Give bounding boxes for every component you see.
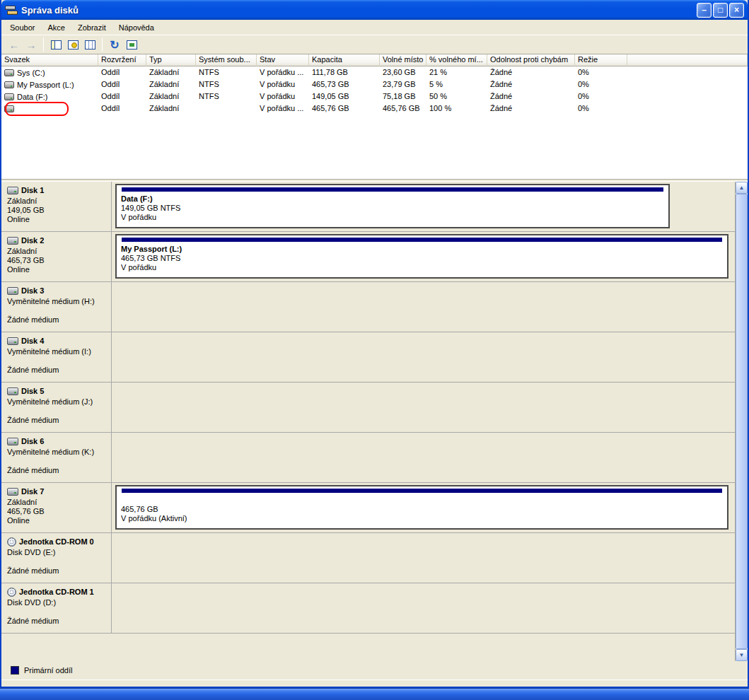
cdrom1-info[interactable]: Jednotka CD-ROM 1 Disk DVD (D:) Žádné mé…	[1, 583, 112, 633]
cell-odolnost: Žádné	[487, 78, 575, 91]
graphical-view-pane: Disk 1 Základní 149,05 GB Online Data (F…	[1, 182, 748, 679]
partition-my-passport-l[interactable]: My Passport (L:) 465,73 GB NTFS V pořádk…	[115, 234, 728, 279]
disk-row-3: Disk 3 Vyměnitelné médium (H:) Žádné méd…	[1, 282, 735, 332]
column-volne-misto[interactable]: Volné místo	[380, 54, 426, 66]
disk7-info[interactable]: Disk 7 Základní 465,76 GB Online	[1, 483, 112, 532]
cell-stav: V pořádku	[257, 78, 309, 91]
removable-disk-icon	[7, 387, 18, 395]
back-icon[interactable]: ←	[6, 37, 23, 52]
volume-row-data-f[interactable]: Data (F:)	[1, 91, 98, 103]
cdrom0-graphic	[112, 533, 735, 583]
cell-stav: V pořádku	[257, 91, 309, 103]
cell-pct: 50 %	[426, 91, 487, 103]
volume-row-unnamed[interactable]	[1, 103, 98, 115]
scrollbar-track[interactable]	[736, 194, 748, 649]
show-console-tree-button[interactable]	[47, 37, 64, 52]
column-procento-volneho[interactable]: % volného mí...	[426, 54, 487, 66]
volume-icon	[4, 69, 14, 76]
disk4-graphic	[112, 332, 735, 382]
taskbar-edge[interactable]	[0, 688, 749, 700]
volume-row-my-passport-l[interactable]: My Passport (L:)	[1, 78, 98, 91]
rescan-disks-button[interactable]	[123, 37, 140, 52]
cell-volne: 23,79 GB	[380, 78, 426, 91]
legend: Primární oddíl	[1, 661, 748, 679]
column-stav[interactable]: Stav	[257, 54, 309, 66]
toolbar-separator	[102, 37, 103, 52]
cell-pct: 5 %	[426, 78, 487, 91]
partition-disk7-unnamed[interactable]: 465,76 GB V pořádku (Aktivní)	[115, 485, 728, 530]
cell-stav: V pořádku ...	[257, 103, 309, 115]
cell-rozvrzeni: Oddíl	[98, 78, 146, 91]
disk1-info[interactable]: Disk 1 Základní 149,05 GB Online	[1, 182, 112, 231]
menu-bar: Soubor Akce Zobrazit Nápověda	[1, 20, 748, 35]
disk3-graphic	[112, 282, 735, 332]
list-view-button[interactable]	[81, 37, 98, 52]
forward-icon[interactable]: →	[23, 37, 40, 52]
cell-odolnost: Žádné	[487, 91, 575, 103]
menu-akce[interactable]: Akce	[41, 21, 71, 34]
disk-list: Disk 1 Základní 149,05 GB Online Data (F…	[1, 182, 736, 661]
cell-filler	[627, 66, 748, 78]
cell-filler	[627, 78, 748, 91]
cell-kapacita: 465,73 GB	[309, 78, 380, 91]
cell-typ: Základní	[146, 103, 196, 115]
menu-napoveda[interactable]: Nápověda	[112, 21, 161, 34]
partition-data-f[interactable]: Data (F:) 149,05 GB NTFS V pořádku	[115, 184, 670, 228]
menu-zobrazit[interactable]: Zobrazit	[71, 21, 112, 34]
scroll-down-button[interactable]: ▼	[736, 649, 748, 661]
column-kapacita[interactable]: Kapacita	[309, 54, 380, 66]
cdrom-row-0: Jednotka CD-ROM 0 Disk DVD (E:) Žádné mé…	[1, 533, 735, 583]
properties-button[interactable]	[64, 37, 81, 52]
scrollbar-thumb[interactable]	[736, 194, 748, 649]
disk2-graphic: My Passport (L:) 465,73 GB NTFS V pořádk…	[112, 232, 735, 281]
removable-disk-icon	[7, 438, 18, 445]
disk-row-5: Disk 5 Vyměnitelné médium (J:) Žádné méd…	[1, 383, 735, 433]
minimize-button[interactable]: –	[697, 3, 712, 18]
cell-odolnost: Žádné	[487, 103, 575, 115]
cell-rezie: 0%	[575, 103, 627, 115]
disk2-info[interactable]: Disk 2 Základní 465,73 GB Online	[1, 232, 112, 281]
cdrom0-info[interactable]: Jednotka CD-ROM 0 Disk DVD (E:) Žádné mé…	[1, 533, 112, 583]
disk4-info[interactable]: Disk 4 Vyměnitelné médium (I:) Žádné méd…	[1, 332, 112, 382]
disk6-info[interactable]: Disk 6 Vyměnitelné médium (K:) Žádné méd…	[1, 433, 112, 482]
column-typ[interactable]: Typ	[146, 54, 196, 66]
scroll-up-button[interactable]: ▲	[736, 182, 748, 194]
toolbar: ← → ↻	[1, 35, 748, 54]
column-rezie[interactable]: Režie	[575, 54, 627, 66]
disk-row-7: Disk 7 Základní 465,76 GB Online 465,76 …	[1, 483, 735, 533]
cell-rezie: 0%	[575, 91, 627, 103]
title-bar[interactable]: Správa disků – □ ×	[1, 0, 748, 20]
column-odolnost[interactable]: Odolnost proti chybám	[487, 54, 575, 66]
cell-fs: NTFS	[196, 91, 257, 103]
cell-kapacita: 111,78 GB	[309, 66, 380, 78]
cd-rom-icon	[7, 537, 16, 547]
toolbar-separator	[43, 37, 44, 52]
cell-stav: V pořádku ...	[257, 66, 309, 78]
vertical-scrollbar[interactable]: ▲ ▼	[736, 182, 748, 661]
menu-soubor[interactable]: Soubor	[4, 21, 41, 34]
refresh-button[interactable]: ↻	[106, 37, 123, 52]
properties-icon	[68, 40, 79, 49]
column-svazek[interactable]: Svazek	[1, 54, 98, 66]
volume-row-sys-c[interactable]: Sys (C:)	[1, 66, 98, 78]
cdrom-row-1: Jednotka CD-ROM 1 Disk DVD (D:) Žádné mé…	[1, 583, 735, 634]
maximize-button[interactable]: □	[713, 3, 728, 18]
primary-partition-band	[122, 489, 722, 493]
console-tree-icon	[51, 40, 62, 49]
disk3-info[interactable]: Disk 3 Vyměnitelné médium (H:) Žádné méd…	[1, 282, 112, 332]
close-button[interactable]: ×	[729, 3, 744, 18]
cell-rozvrzeni: Oddíl	[98, 103, 146, 115]
column-filler	[627, 54, 748, 66]
disk5-info[interactable]: Disk 5 Vyměnitelné médium (J:) Žádné méd…	[1, 383, 112, 432]
column-system-souboru[interactable]: Systém soub...	[196, 54, 257, 66]
disk-row-1: Disk 1 Základní 149,05 GB Online Data (F…	[1, 182, 735, 232]
cell-filler	[627, 91, 748, 103]
rescan-icon	[127, 40, 137, 49]
removable-disk-icon	[7, 337, 18, 345]
disk-row-4: Disk 4 Vyměnitelné médium (I:) Žádné méd…	[1, 332, 735, 383]
column-rozvrzeni[interactable]: Rozvržení	[98, 54, 146, 66]
disk-row-6: Disk 6 Vyměnitelné médium (K:) Žádné méd…	[1, 433, 735, 483]
cell-volne: 23,60 GB	[380, 66, 426, 78]
cell-volne: 75,18 GB	[380, 91, 426, 103]
window-title: Správa disků	[21, 5, 697, 16]
